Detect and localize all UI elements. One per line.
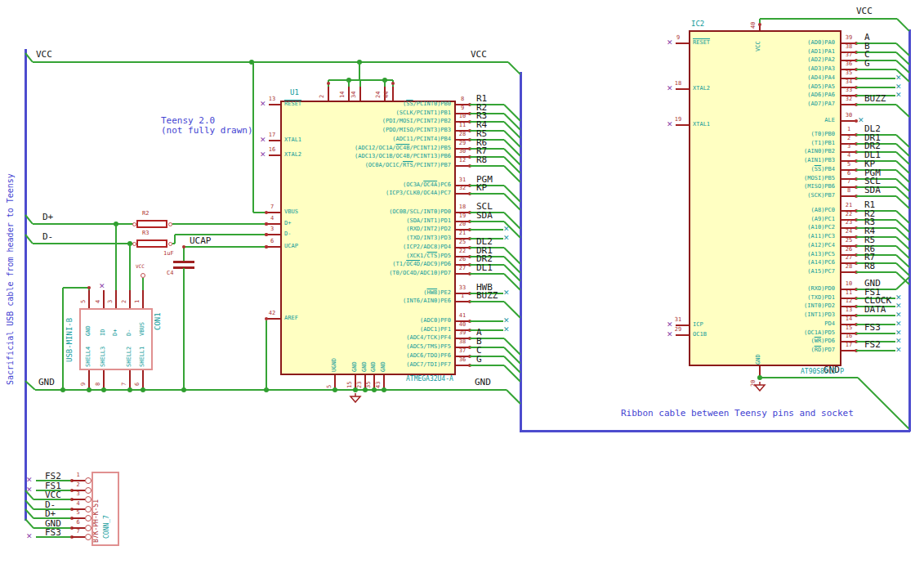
- r2-reference[interactable]: R2: [142, 211, 149, 217]
- pin-circle[interactable]: [85, 506, 92, 513]
- pin-circle[interactable]: [132, 222, 136, 226]
- pin-stub: [88, 290, 90, 308]
- net-label-vcc-topleft[interactable]: VCC: [36, 50, 52, 60]
- net-label-buzz[interactable]: BUZZ: [476, 291, 498, 301]
- pin-number: 42: [266, 311, 279, 317]
- pin-number: 20: [455, 222, 470, 228]
- pin-number: 33: [455, 285, 470, 292]
- pin-name: SHELL1: [140, 347, 146, 367]
- net-label-kp[interactable]: KP: [476, 183, 487, 193]
- pin-name: GND: [362, 361, 368, 372]
- pin-number: 14: [842, 316, 855, 323]
- note-ribbon-cable: Ribbon cable between Teensy pins and soc…: [621, 409, 854, 419]
- net-label-data[interactable]: DATA: [864, 305, 886, 315]
- wire: [33, 243, 134, 244]
- net-label-gnd-left[interactable]: GND: [38, 378, 55, 387]
- wire: [503, 365, 520, 382]
- pin-circle[interactable]: [168, 242, 172, 246]
- note-teensy-line2: (not fully drawn): [161, 126, 253, 136]
- pin-name: (AIN0)PB2: [750, 149, 835, 155]
- ic2-part-name[interactable]: AT90S8515-P: [801, 369, 844, 376]
- c4-value[interactable]: 1uF: [163, 251, 174, 257]
- pin-circle[interactable]: [132, 242, 136, 246]
- pin-name: (A13)PC5: [750, 252, 835, 258]
- conn7-body[interactable]: [92, 472, 119, 546]
- pin-number: 1: [135, 300, 141, 303]
- net-label-buzz[interactable]: BUZZ: [864, 94, 886, 104]
- no-connect-mark: ✕: [895, 74, 902, 83]
- net-label-ucap[interactable]: UCAP: [190, 236, 212, 246]
- pin-number: 4: [266, 216, 279, 222]
- resistor-r3[interactable]: [136, 239, 167, 248]
- wire: [503, 264, 520, 281]
- pin-circle[interactable]: [85, 477, 92, 484]
- pin-number: 24: [842, 229, 855, 235]
- pin-name: XTAL1: [693, 122, 710, 128]
- pin-stub: [103, 290, 105, 308]
- wire: [184, 246, 266, 248]
- pin-name: GND: [381, 361, 387, 372]
- no-connect-mark: ✕: [99, 282, 105, 291]
- pin-circle[interactable]: [141, 273, 145, 278]
- net-label-vcc-topright[interactable]: VCC: [856, 7, 873, 16]
- pin-circle[interactable]: [85, 496, 92, 503]
- net-label-g[interactable]: G: [864, 59, 870, 69]
- pin-number: 3: [108, 300, 114, 303]
- pin-number: 31: [672, 317, 685, 324]
- pin-name: SHELL3: [100, 347, 107, 367]
- pin-name: GND: [86, 325, 92, 336]
- wire: [856, 160, 896, 162]
- pin-number: 2: [319, 95, 326, 98]
- net-label-vcc-mid[interactable]: VCC: [471, 50, 487, 60]
- con1-reference[interactable]: CON1: [154, 312, 163, 330]
- pin-name: (ADC5/TMS)PF5: [324, 344, 451, 351]
- pin-end-dot: [265, 245, 268, 248]
- con1-value[interactable]: USB-MINI-B: [66, 318, 74, 362]
- wire: [115, 224, 117, 290]
- pin-name: D+: [113, 329, 119, 336]
- capacitor-c4[interactable]: [173, 261, 194, 263]
- net-label-dminus[interactable]: D-: [42, 232, 53, 242]
- net-label-dl1[interactable]: DL1: [476, 263, 493, 273]
- pin-number: 5: [81, 300, 87, 303]
- net-label-r8[interactable]: R8: [864, 262, 875, 271]
- pin-circle[interactable]: [85, 534, 92, 540]
- junction-dot: [181, 387, 186, 392]
- pin-number: 4: [842, 153, 855, 159]
- net-label-fs3[interactable]: FS3: [864, 323, 881, 333]
- pin-circle[interactable]: [168, 222, 172, 226]
- pin-name: (A15)PC7: [750, 269, 835, 275]
- pin-number: 15: [347, 382, 354, 388]
- ic2-reference[interactable]: IC2: [691, 20, 704, 29]
- wire: [359, 62, 360, 80]
- pin-number: 7: [266, 204, 279, 211]
- r3-reference[interactable]: R3: [142, 231, 149, 237]
- u1-part-name[interactable]: ATMEGA32U4-A: [406, 376, 453, 383]
- pin-circle[interactable]: [85, 525, 92, 531]
- pin-stub: [115, 290, 117, 308]
- pin-stub: [266, 223, 280, 225]
- pin-circle[interactable]: [85, 487, 92, 494]
- resistor-r2[interactable]: [136, 220, 167, 228]
- net-label-fs2[interactable]: FS2: [864, 340, 881, 350]
- pin-number: 28: [455, 132, 470, 138]
- wire: [63, 287, 89, 289]
- wire: [470, 347, 504, 348]
- pin-number: 23: [842, 220, 855, 226]
- pin-name: (OC3A/OC4A)PC6: [324, 182, 451, 189]
- net-label-g[interactable]: G: [476, 355, 482, 365]
- junction-dot: [87, 387, 92, 392]
- net-label-r8[interactable]: R8: [476, 155, 487, 165]
- pin-number: 10: [455, 114, 470, 120]
- pin-number: 30: [842, 113, 855, 119]
- net-label-sda[interactable]: SDA: [864, 186, 881, 195]
- net-label-sda[interactable]: SDA: [476, 211, 493, 221]
- net-label-gnd-mid[interactable]: GND: [475, 378, 491, 387]
- c4-reference[interactable]: C4: [167, 271, 173, 277]
- pin-stub: [676, 43, 689, 44]
- pin-circle[interactable]: [85, 515, 92, 521]
- u1-reference[interactable]: U1: [290, 89, 299, 97]
- net-label-dplus[interactable]: D+: [42, 213, 53, 222]
- pin-stub: [266, 234, 280, 235]
- pin-number: 2: [842, 136, 855, 142]
